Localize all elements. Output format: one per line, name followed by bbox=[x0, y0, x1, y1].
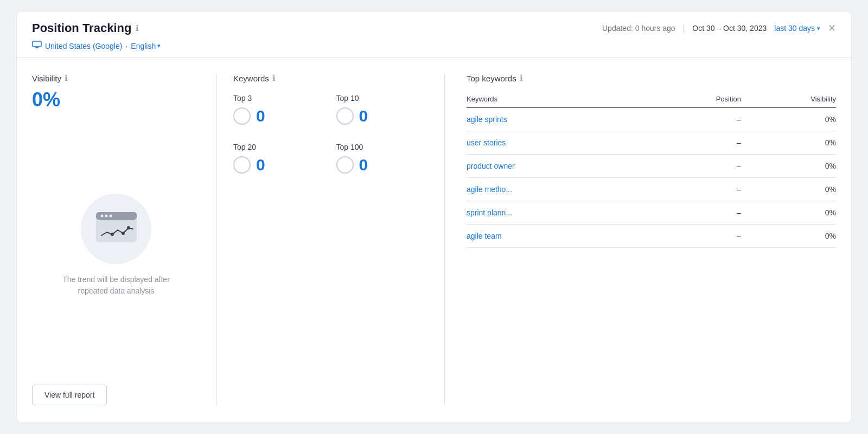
kw-top10-circle-icon bbox=[336, 107, 354, 125]
kw-group-top3: Top 3 0 bbox=[233, 94, 326, 125]
location-link[interactable]: United States (Google) bbox=[45, 42, 122, 50]
col-position: Position bbox=[647, 92, 741, 108]
visibility-info-icon[interactable]: ℹ bbox=[65, 73, 68, 83]
kw-keyword-cell[interactable]: sprint plann... bbox=[467, 201, 647, 225]
top-keywords-label: Top keywords ℹ bbox=[467, 73, 836, 83]
kw-group-top20: Top 20 0 bbox=[233, 143, 326, 174]
chart-placeholder: The trend will be displayed after repeat… bbox=[32, 133, 200, 358]
kw-visibility-cell: 0% bbox=[741, 201, 836, 225]
kw-top3-count: 0 bbox=[256, 107, 265, 125]
col-keywords: Keywords bbox=[467, 92, 647, 108]
kw-keyword-cell[interactable]: product owner bbox=[467, 155, 647, 178]
position-tracking-widget: Position Tracking ℹ Updated: 0 hours ago… bbox=[16, 11, 852, 423]
kw-top10-label: Top 10 bbox=[336, 94, 429, 103]
visibility-value: 0% bbox=[32, 88, 200, 111]
kw-visibility-cell: 0% bbox=[741, 108, 836, 131]
header-title: Position Tracking ℹ bbox=[32, 21, 139, 35]
kw-top100-label: Top 100 bbox=[336, 143, 429, 151]
svg-rect-0 bbox=[33, 41, 41, 47]
kw-top100-count: 0 bbox=[359, 156, 368, 174]
kw-position-cell: – bbox=[647, 201, 741, 225]
kw-top20-count: 0 bbox=[256, 156, 265, 174]
visibility-label: Visibility ℹ bbox=[32, 73, 200, 83]
table-row: sprint plann... – 0% bbox=[467, 201, 836, 225]
dot-separator: · bbox=[125, 42, 127, 50]
header-right: Updated: 0 hours ago | Oct 30 – Oct 30, … bbox=[602, 22, 836, 34]
kw-position-cell: – bbox=[647, 178, 741, 201]
table-row: product owner – 0% bbox=[467, 155, 836, 178]
language-dropdown[interactable]: English ▾ bbox=[131, 42, 161, 50]
kw-visibility-cell: 0% bbox=[741, 155, 836, 178]
language-chevron-icon: ▾ bbox=[157, 42, 161, 49]
svg-point-3 bbox=[100, 215, 103, 218]
visibility-section: Visibility ℹ 0% bbox=[32, 73, 216, 405]
svg-point-7 bbox=[122, 232, 125, 235]
last-days-chevron-icon: ▾ bbox=[817, 25, 820, 32]
keywords-label: Keywords ℹ bbox=[233, 73, 428, 83]
kw-keyword-cell[interactable]: agile team bbox=[467, 225, 647, 248]
chart-illustration bbox=[81, 194, 151, 264]
top-keywords-section: Top keywords ℹ Keywords Position Visibil… bbox=[444, 73, 836, 405]
kw-keyword-cell[interactable]: agile sprints bbox=[467, 108, 647, 131]
keywords-grid: Top 3 0 Top 10 0 Top 20 bbox=[233, 94, 428, 174]
top-keywords-info-icon[interactable]: ℹ bbox=[520, 73, 523, 83]
kw-position-cell: – bbox=[647, 155, 741, 178]
kw-keyword-cell[interactable]: user stories bbox=[467, 131, 647, 155]
monitor-icon bbox=[32, 41, 42, 51]
svg-point-6 bbox=[111, 233, 114, 236]
kw-position-cell: – bbox=[647, 108, 741, 131]
table-row: agile metho... – 0% bbox=[467, 178, 836, 201]
kw-top20-label: Top 20 bbox=[233, 143, 326, 151]
svg-point-5 bbox=[109, 215, 112, 218]
title-info-icon[interactable]: ℹ bbox=[136, 23, 139, 33]
top-keywords-table: Keywords Position Visibility agile sprin… bbox=[467, 92, 836, 248]
kw-top3-circle-icon bbox=[233, 107, 251, 125]
table-row: user stories – 0% bbox=[467, 131, 836, 155]
header-separator: | bbox=[683, 24, 685, 33]
view-report-container: View full report bbox=[32, 358, 200, 405]
header-sub: United States (Google) · English ▾ bbox=[32, 41, 836, 51]
svg-point-8 bbox=[127, 226, 130, 229]
widget-body: Visibility ℹ 0% bbox=[17, 58, 851, 416]
last-30-days-dropdown[interactable]: last 30 days ▾ bbox=[774, 24, 820, 33]
kw-group-top10: Top 10 0 bbox=[336, 94, 429, 125]
view-full-report-button[interactable]: View full report bbox=[32, 385, 107, 405]
keywords-info-icon[interactable]: ℹ bbox=[272, 73, 276, 83]
kw-visibility-cell: 0% bbox=[741, 225, 836, 248]
updated-label: Updated: 0 hours ago bbox=[602, 24, 675, 33]
chart-message: The trend will be displayed after repeat… bbox=[56, 274, 176, 297]
kw-top100-circle-icon bbox=[336, 156, 354, 174]
widget-title: Position Tracking bbox=[32, 21, 131, 35]
kw-group-top100: Top 100 0 bbox=[336, 143, 429, 174]
kw-position-cell: – bbox=[647, 225, 741, 248]
kw-keyword-cell[interactable]: agile metho... bbox=[467, 178, 647, 201]
kw-top3-label: Top 3 bbox=[233, 94, 326, 103]
close-button[interactable]: ✕ bbox=[828, 22, 836, 34]
kw-top20-circle-icon bbox=[233, 156, 251, 174]
kw-visibility-cell: 0% bbox=[741, 178, 836, 201]
widget-header: Position Tracking ℹ Updated: 0 hours ago… bbox=[17, 11, 851, 58]
header-top: Position Tracking ℹ Updated: 0 hours ago… bbox=[32, 21, 836, 35]
table-row: agile sprints – 0% bbox=[467, 108, 836, 131]
table-row: agile team – 0% bbox=[467, 225, 836, 248]
keywords-section: Keywords ℹ Top 3 0 Top 10 0 bbox=[216, 73, 444, 405]
kw-top10-count: 0 bbox=[359, 107, 368, 125]
kw-position-cell: – bbox=[647, 131, 741, 155]
kw-visibility-cell: 0% bbox=[741, 131, 836, 155]
svg-point-4 bbox=[105, 215, 107, 218]
col-visibility: Visibility bbox=[741, 92, 836, 108]
date-range: Oct 30 – Oct 30, 2023 bbox=[692, 24, 767, 33]
